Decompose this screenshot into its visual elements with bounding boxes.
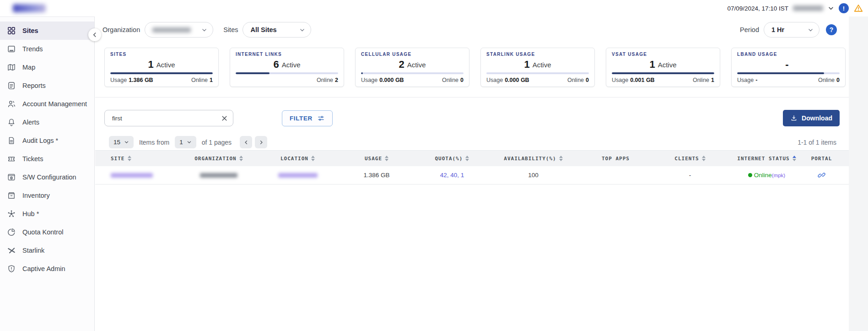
user-menu-label[interactable]: [793, 5, 823, 11]
column-header-label: SITE: [111, 156, 125, 162]
sort-arrows-icon[interactable]: [385, 156, 388, 161]
sidebar-item-reports[interactable]: Reports: [0, 76, 94, 95]
table-header: SITEORGANIZATIONLOCATIONUSAGEQUOTA(%)AVA…: [95, 151, 849, 166]
sidebar-item-s-w-configuration[interactable]: S/W Configuration: [0, 168, 94, 186]
stat-card-value: -: [785, 59, 788, 71]
clear-search-icon[interactable]: [220, 114, 229, 123]
sort-arrows-icon[interactable]: [702, 156, 706, 161]
sidebar-item-inventory[interactable]: Inventory: [0, 186, 94, 205]
sidebar-item-label: Map: [22, 64, 35, 71]
table-row: 1.386 GB 42, 40, 1 100 - Online (mpk): [95, 166, 849, 184]
period-select[interactable]: 1 Hr: [764, 22, 819, 38]
stat-card-title: STARLINK USAGE: [486, 52, 589, 57]
filter-button[interactable]: FILTER: [282, 110, 333, 126]
column-header-internet-status[interactable]: INTERNET STATUS: [727, 156, 807, 162]
portal-link-icon[interactable]: [818, 171, 825, 179]
online-status-dot: [748, 173, 752, 177]
items-range-label: 1-1 of 1 items: [798, 139, 836, 146]
download-button[interactable]: Download: [783, 110, 840, 126]
column-header-portal: PORTAL: [807, 156, 836, 162]
pie-icon: [7, 228, 16, 237]
sort-arrows-icon[interactable]: [559, 156, 563, 161]
column-header-quota[interactable]: QUOTA(%): [415, 156, 489, 162]
chevron-down-icon: [187, 140, 192, 145]
stat-card-online: Online0: [567, 77, 589, 83]
notification-badge-icon[interactable]: !: [839, 3, 849, 13]
stat-card: INTERNET LINKS 6 Active Online2: [230, 48, 344, 87]
stat-card-active-label: Active: [407, 61, 426, 69]
column-header-availability[interactable]: AVAILABILITY(%): [489, 156, 578, 162]
column-header-location[interactable]: LOCATION: [258, 156, 338, 162]
quota-link[interactable]: 42, 40, 1: [440, 172, 464, 179]
page-size-select[interactable]: 15: [109, 136, 134, 148]
column-header-usage[interactable]: USAGE: [338, 156, 415, 162]
warning-triangle-icon[interactable]: [853, 3, 863, 13]
sidebar-item-sites[interactable]: Sites: [0, 22, 94, 40]
sidebar-item-map[interactable]: Map: [0, 58, 94, 76]
search-input[interactable]: [104, 110, 233, 126]
sidebar-item-label: Sites: [22, 27, 38, 34]
column-header-label: ORGANIZATION: [194, 156, 236, 162]
sidebar-item-alerts[interactable]: Alerts: [0, 113, 94, 131]
sidebar-item-label: Captive Admin: [22, 265, 65, 272]
sidebar-item-label: Reports: [22, 82, 46, 89]
stat-card-progress-fill: [612, 72, 714, 74]
stat-card-progress-fill: [361, 72, 363, 74]
page-value: 1: [179, 139, 183, 146]
page-select[interactable]: 1: [175, 136, 196, 148]
stat-card: LBAND USAGE - Usage- Online0: [731, 48, 846, 87]
sidebar-item-label: Tickets: [22, 155, 43, 163]
internet-status-detail: (mpk): [772, 173, 785, 178]
sidebar-nav: SitesTrendsMapReportsAccount ManagementA…: [0, 16, 95, 331]
stat-card-active-label: Active: [156, 61, 175, 69]
filter-button-label: FILTER: [290, 115, 313, 122]
sort-arrows-icon[interactable]: [239, 156, 243, 161]
help-button[interactable]: ?: [826, 24, 837, 35]
sidebar-item-starlink[interactable]: Starlink: [0, 241, 94, 260]
sort-arrows-icon[interactable]: [793, 156, 796, 161]
sidebar-item-quota-kontrol[interactable]: Quota Kontrol: [0, 223, 94, 241]
sidebar-item-hub[interactable]: Hub *: [0, 205, 94, 223]
next-page-button[interactable]: [255, 136, 267, 148]
sidebar-collapse-button[interactable]: [88, 28, 101, 41]
starlink-x-icon: [7, 246, 16, 255]
sidebar-item-tickets[interactable]: Tickets: [0, 150, 94, 168]
stat-card-online: Online2: [317, 77, 338, 83]
column-header-clients[interactable]: CLIENTS: [653, 156, 727, 162]
column-header-label: QUOTA(%): [435, 156, 463, 162]
column-header-label: AVAILABILITY(%): [504, 156, 556, 162]
sidebar-item-captive-admin[interactable]: Captive Admin: [0, 260, 94, 278]
stat-card-value: 6: [273, 59, 279, 71]
sort-arrows-icon[interactable]: [311, 156, 315, 161]
column-header-label: TOP APPS: [602, 156, 630, 162]
hub-icon: [7, 209, 16, 218]
sidebar-item-account-management[interactable]: Account Management: [0, 95, 94, 113]
stat-card-online: Online0: [818, 77, 840, 83]
site-link[interactable]: [111, 173, 153, 178]
sidebar-item-label: Inventory: [22, 192, 50, 199]
stat-card: SITES 1 Active Usage1.386 GB Online1: [104, 48, 219, 87]
column-header-label: PORTAL: [811, 156, 832, 162]
chevron-down-icon: [124, 140, 129, 145]
sidebar-item-trends[interactable]: Trends: [0, 40, 94, 58]
chevron-down-icon[interactable]: [828, 5, 834, 11]
column-header-organization[interactable]: ORGANIZATION: [180, 156, 258, 162]
previous-page-button[interactable]: [240, 136, 252, 148]
internet-status-cell: Online (mpk): [727, 172, 807, 179]
sort-arrows-icon[interactable]: [128, 156, 131, 161]
stat-card-value: 2: [399, 59, 404, 71]
gear-window-icon: [7, 173, 16, 182]
stat-card-online: Online0: [442, 77, 464, 83]
organization-select[interactable]: [145, 22, 213, 38]
organization-cell: [200, 173, 237, 178]
sidebar-item-label: S/W Configuration: [22, 174, 76, 181]
download-button-label: Download: [802, 114, 832, 122]
sites-select[interactable]: All Sites: [243, 22, 311, 38]
chevron-down-icon: [299, 27, 305, 33]
sidebar-item-audit-logs[interactable]: Audit Logs *: [0, 131, 94, 150]
sort-arrows-icon[interactable]: [465, 156, 469, 161]
stat-card: CELLULAR USAGE 2 Active Usage0.000 GB On…: [355, 48, 469, 87]
column-header-site[interactable]: SITE: [104, 156, 180, 162]
location-link[interactable]: [278, 173, 318, 178]
stat-card-progress-bar: [486, 72, 589, 74]
